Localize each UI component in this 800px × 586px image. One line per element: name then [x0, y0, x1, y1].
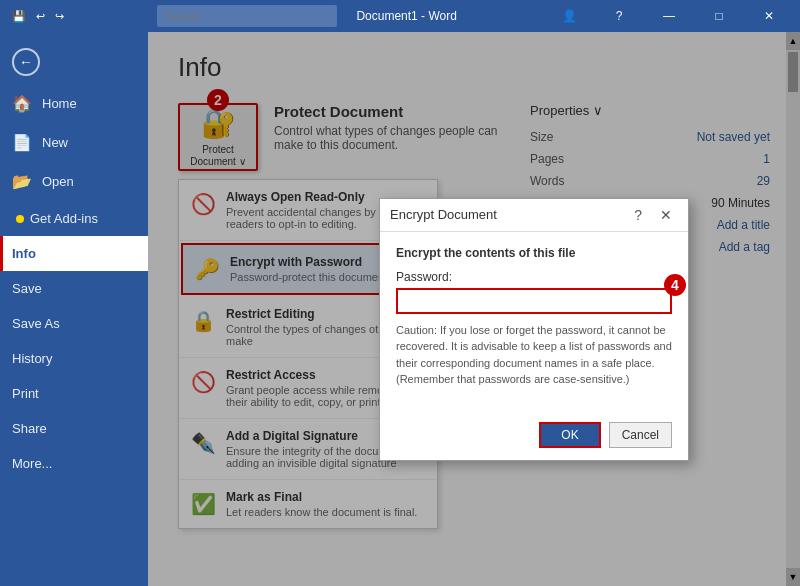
dialog-help-btn[interactable]: ? [628, 205, 648, 225]
sidebar-item-open[interactable]: 📂 Open [0, 162, 148, 201]
sidebar-item-get-addins[interactable]: Get Add-ins [0, 201, 148, 236]
title-bar-left: 💾 ↩ ↪ [8, 8, 68, 25]
step-4-badge: 4 [664, 274, 686, 296]
dialog-body: Encrypt the contents of this file Passwo… [380, 232, 688, 414]
quick-access-toolbar: 💾 ↩ ↪ [8, 8, 68, 25]
ok-button[interactable]: OK [539, 422, 600, 448]
content-area: Info 2 🔐 Protec [148, 32, 800, 586]
save-quick-btn[interactable]: 💾 [8, 8, 30, 25]
dialog-heading: Encrypt the contents of this file [396, 246, 672, 260]
sidebar-item-info[interactable]: Info [0, 236, 148, 271]
sidebar-item-more[interactable]: More... [0, 446, 148, 481]
sidebar-item-share[interactable]: Share [0, 411, 148, 446]
window-title: Document1 - Word [68, 5, 546, 27]
sidebar-open-label: Open [42, 174, 74, 189]
dialog-footer: OK Cancel [380, 414, 688, 460]
sidebar-item-new[interactable]: 📄 New [0, 123, 148, 162]
sidebar-item-history[interactable]: History [0, 341, 148, 376]
addins-dot-icon [16, 215, 24, 223]
main-layout: ← 🏠 Home 📄 New 📂 Open Get Add-ins Info S… [0, 32, 800, 586]
title-text: Document1 - Word [356, 9, 456, 23]
close-btn[interactable]: ✕ [746, 0, 792, 32]
dialog-overlay: Encrypt Document ? ✕ Encrypt the content… [148, 32, 800, 586]
sidebar-print-label: Print [12, 386, 39, 401]
dialog-warning: Caution: If you lose or forget the passw… [396, 322, 672, 388]
redo-btn[interactable]: ↪ [51, 8, 68, 25]
encrypt-dialog: Encrypt Document ? ✕ Encrypt the content… [379, 198, 689, 461]
sidebar-home-label: Home [42, 96, 77, 111]
password-input[interactable] [396, 288, 672, 314]
sidebar-item-save-as[interactable]: Save As [0, 306, 148, 341]
dialog-input-wrapper: 4 [396, 288, 672, 322]
sidebar-item-home[interactable]: 🏠 Home [0, 84, 148, 123]
sidebar-history-label: History [12, 351, 52, 366]
sidebar-item-save[interactable]: Save [0, 271, 148, 306]
dialog-controls: ? ✕ [628, 205, 678, 225]
undo-btn[interactable]: ↩ [32, 8, 49, 25]
help-btn[interactable]: ? [596, 0, 642, 32]
dialog-title: Encrypt Document [390, 207, 497, 222]
cancel-button[interactable]: Cancel [609, 422, 672, 448]
dialog-password-label: Password: [396, 270, 672, 284]
back-button[interactable]: ← [0, 40, 148, 84]
sidebar-share-label: Share [12, 421, 47, 436]
minimize-btn[interactable]: — [646, 0, 692, 32]
title-bar: 💾 ↩ ↪ Document1 - Word 👤 ? — □ ✕ [0, 0, 800, 32]
back-circle-icon: ← [12, 48, 40, 76]
open-icon: 📂 [12, 172, 32, 191]
search-bar[interactable] [157, 5, 337, 27]
user-icon-btn[interactable]: 👤 [546, 0, 592, 32]
sidebar-new-label: New [42, 135, 68, 150]
sidebar-more-label: More... [12, 456, 52, 471]
sidebar-saveas-label: Save As [12, 316, 60, 331]
sidebar-save-label: Save [12, 281, 42, 296]
home-icon: 🏠 [12, 94, 32, 113]
sidebar-addins-label: Get Add-ins [30, 211, 98, 226]
new-icon: 📄 [12, 133, 32, 152]
dialog-close-btn[interactable]: ✕ [654, 205, 678, 225]
sidebar-item-print[interactable]: Print [0, 376, 148, 411]
sidebar-info-label: Info [12, 246, 36, 261]
window-controls: 👤 ? — □ ✕ [546, 0, 792, 32]
maximize-btn[interactable]: □ [696, 0, 742, 32]
sidebar: ← 🏠 Home 📄 New 📂 Open Get Add-ins Info S… [0, 32, 148, 586]
dialog-titlebar: Encrypt Document ? ✕ [380, 199, 688, 232]
